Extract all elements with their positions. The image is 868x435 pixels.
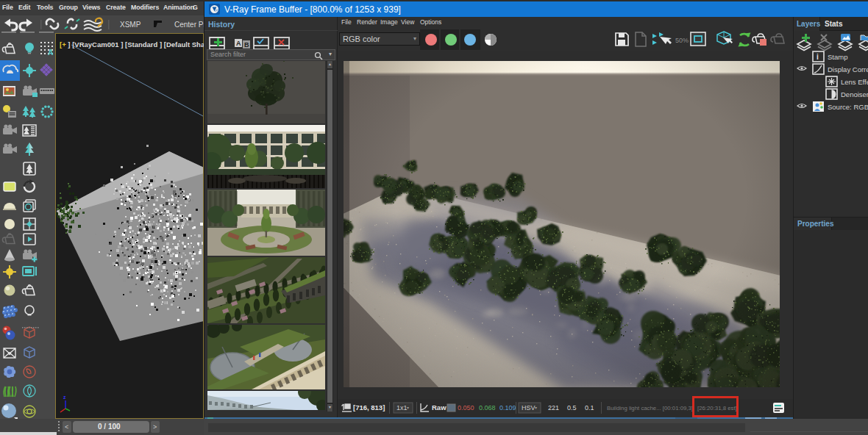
- svg-text:0.068: 0.068: [479, 404, 496, 411]
- svg-text:Center Pivo: Center Pivo: [174, 21, 204, 29]
- svg-text:Denoiser:: Denoiser:: [841, 90, 868, 98]
- svg-text:B: B: [244, 41, 249, 48]
- svg-text:>: >: [153, 423, 157, 431]
- svg-text:0.1: 0.1: [585, 404, 594, 411]
- svg-text:z: z: [63, 395, 66, 400]
- svg-text:221: 221: [548, 404, 559, 411]
- svg-text:▾: ▾: [535, 406, 537, 410]
- svg-text:A: A: [48, 48, 53, 57]
- svg-text:<: <: [65, 423, 68, 431]
- svg-text:Lens Effect: Lens Effect: [841, 78, 868, 86]
- svg-text:i: i: [817, 53, 819, 61]
- svg-text:Source: RGB: Source: RGB: [828, 103, 868, 111]
- svg-text:1x1: 1x1: [396, 404, 408, 411]
- svg-text:Building light cache... [00:01: Building light cache... [00:01:09,3]: [607, 405, 693, 411]
- svg-text:Stamp: Stamp: [828, 53, 847, 61]
- svg-text:0.109: 0.109: [499, 404, 516, 411]
- svg-text:XSMP: XSMP: [120, 21, 141, 29]
- svg-text:0.050: 0.050: [458, 404, 474, 411]
- svg-text:50%: 50%: [675, 37, 689, 44]
- svg-text:HSV: HSV: [522, 404, 536, 411]
- svg-text:[716, 813]: [716, 813]: [353, 403, 385, 411]
- svg-text:0 / 100: 0 / 100: [98, 423, 121, 431]
- svg-text:▾: ▾: [407, 406, 409, 410]
- svg-text:0.5: 0.5: [567, 404, 577, 411]
- svg-text:Raw: Raw: [432, 403, 447, 411]
- svg-text:Display Correctio: Display Correctio: [828, 65, 868, 73]
- svg-text:A: A: [236, 40, 241, 47]
